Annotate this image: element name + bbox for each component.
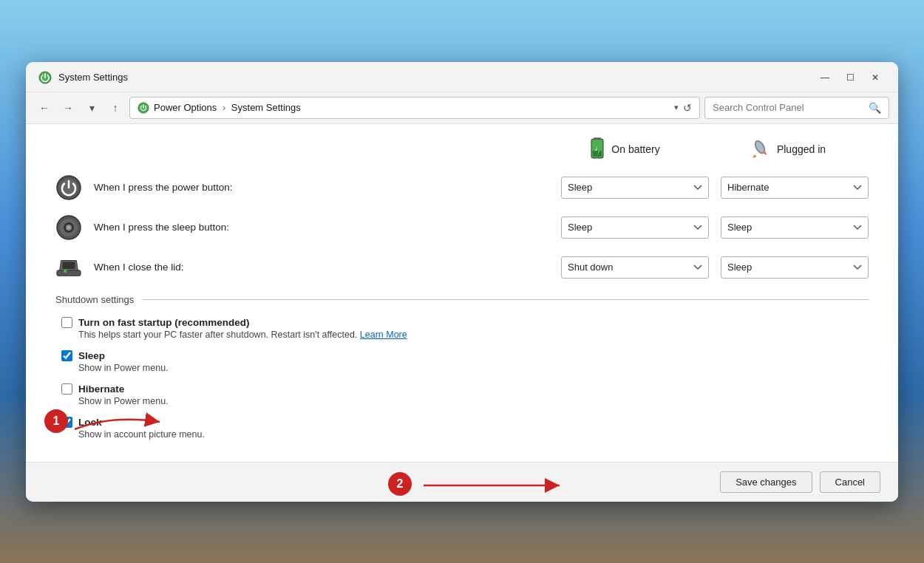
address-refresh-button[interactable]: ↺ <box>683 102 692 114</box>
lock-desc: Show in account picture menu. <box>78 429 869 440</box>
plugged-in-header: Plugged in <box>706 136 869 163</box>
lid-label: When I close the lid: <box>94 262 549 273</box>
title-bar-controls: — ☐ ✕ <box>814 69 886 86</box>
shutdown-section-label: Shutdown settings <box>55 294 134 305</box>
address-bar-icon <box>137 102 149 114</box>
nav-bar: ← → ▾ ↑ Power Options › System Settings … <box>26 92 898 124</box>
plugged-in-icon <box>749 138 771 160</box>
search-bar[interactable]: 🔍 <box>704 97 889 119</box>
sleep-button-icon <box>55 214 82 241</box>
forward-button[interactable]: → <box>58 98 78 117</box>
hibernate-desc: Show in Power menu. <box>78 396 869 406</box>
search-input[interactable] <box>713 102 864 113</box>
power-icon <box>55 174 82 201</box>
save-changes-button[interactable]: Save changes <box>720 471 812 493</box>
lid-icon <box>55 254 82 281</box>
hibernate-checkbox[interactable] <box>61 383 72 395</box>
back-button[interactable]: ← <box>35 98 54 117</box>
sleep-desc: Show in Power menu. <box>78 363 869 373</box>
restore-button[interactable]: ☐ <box>839 69 861 86</box>
on-battery-header: On battery <box>543 136 706 163</box>
sleep-button-battery-select[interactable]: Sleep Do nothing Hibernate Shut down Tur… <box>561 216 709 239</box>
power-button-row: When I press the power button: Sleep Do … <box>55 174 869 201</box>
sleep-shutdown-label[interactable]: Sleep <box>78 350 105 361</box>
title-bar-left: System Settings <box>38 70 128 85</box>
lock-item: Lock Show in account picture menu. <box>61 417 869 440</box>
cancel-button[interactable]: Cancel <box>820 471 880 493</box>
sleep-button-label: When I press the sleep button: <box>94 222 549 233</box>
lid-battery-select[interactable]: Shut down Do nothing Sleep Hibernate Tur… <box>561 256 709 279</box>
address-dropdown-arrow[interactable]: ▾ <box>674 103 679 112</box>
battery-icon <box>589 136 605 163</box>
annotation-2: 2 <box>388 472 412 496</box>
hibernate-checkbox-row: Hibernate <box>61 383 869 395</box>
lid-plugged-select[interactable]: Sleep Do nothing Hibernate Shut down Tur… <box>721 256 869 279</box>
learn-more-link[interactable]: Learn More <box>360 330 407 340</box>
sleep-item: Sleep Show in Power menu. <box>61 350 869 373</box>
hibernate-shutdown-label[interactable]: Hibernate <box>78 383 124 395</box>
title-bar: System Settings — ☐ ✕ <box>26 62 898 92</box>
lid-dropdowns: Shut down Do nothing Sleep Hibernate Tur… <box>561 256 869 279</box>
address-separator: › <box>222 102 228 113</box>
fast-startup-checkbox-row: Turn on fast startup (recommended) <box>61 317 869 328</box>
address-bar[interactable]: Power Options › System Settings ▾ ↺ <box>129 97 700 119</box>
svg-point-14 <box>67 226 70 229</box>
search-button[interactable]: 🔍 <box>869 102 881 114</box>
laptop-lid-icon <box>55 254 82 281</box>
close-button[interactable]: ✕ <box>864 69 886 86</box>
sleep-checkbox-row: Sleep <box>61 350 869 361</box>
up-button[interactable]: ↑ <box>106 98 125 117</box>
address-part1: Power Options <box>154 102 217 113</box>
power-button-battery-select[interactable]: Sleep Do nothing Hibernate Shut down Tur… <box>561 177 709 199</box>
annotation-arrow-2 <box>412 471 574 500</box>
dropdown-nav-button[interactable]: ▾ <box>82 98 101 117</box>
svg-rect-15 <box>57 270 81 276</box>
plugged-in-label: Plugged in <box>777 143 826 155</box>
annotation-arrow-1 <box>67 407 171 437</box>
fast-startup-checkbox[interactable] <box>61 317 72 328</box>
divider-line <box>143 299 869 300</box>
shutdown-settings-divider: Shutdown settings <box>55 294 869 305</box>
window-icon <box>38 70 52 85</box>
annotation-1: 1 <box>44 409 68 433</box>
fast-startup-desc: This helps start your PC faster after sh… <box>78 330 869 340</box>
fast-startup-label[interactable]: Turn on fast startup (recommended) <box>78 317 250 328</box>
sleep-checkbox[interactable] <box>61 350 72 361</box>
power-button-icon <box>55 174 82 201</box>
power-button-plugged-select[interactable]: Hibernate Do nothing Sleep Shut down Tur… <box>721 177 869 199</box>
address-path: Power Options › System Settings <box>154 102 670 113</box>
window-title: System Settings <box>58 72 128 83</box>
sleep-button-plugged-select[interactable]: Sleep Do nothing Hibernate Shut down Tur… <box>721 216 869 239</box>
fast-startup-item: Turn on fast startup (recommended) This … <box>61 317 869 340</box>
column-headers: On battery Plugged in <box>55 136 869 163</box>
on-battery-label: On battery <box>611 143 659 155</box>
lid-row: When I close the lid: Shut down Do nothi… <box>55 254 869 281</box>
minimize-button[interactable]: — <box>814 69 836 86</box>
sleep-button-dropdowns: Sleep Do nothing Hibernate Shut down Tur… <box>561 216 869 239</box>
lock-checkbox-row: Lock <box>61 417 869 428</box>
power-button-dropdowns: Sleep Do nothing Hibernate Shut down Tur… <box>561 177 869 199</box>
address-part2: System Settings <box>231 102 301 113</box>
power-button-label: When I press the power button: <box>94 182 549 193</box>
hibernate-item: Hibernate Show in Power menu. <box>61 383 869 406</box>
svg-rect-4 <box>593 151 602 157</box>
sleep-icon <box>55 214 82 241</box>
svg-rect-16 <box>62 262 75 268</box>
sleep-button-row: When I press the sleep button: Sleep Do … <box>55 214 869 241</box>
